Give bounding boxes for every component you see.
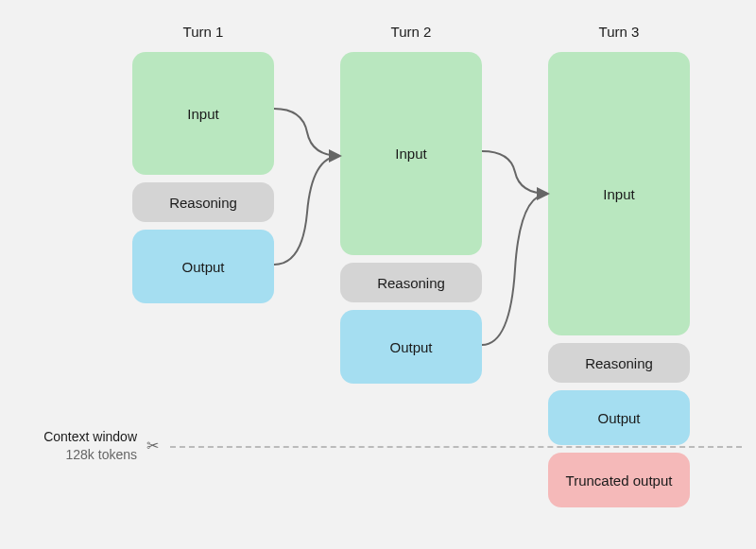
turn3-output-label: Output: [597, 410, 640, 426]
turn1-input-label: Input: [187, 106, 218, 122]
turn3-truncated-label: Truncated output: [566, 472, 673, 489]
turn2-header: Turn 2: [340, 24, 482, 40]
arrow-turn2-output-to-turn3: [482, 194, 548, 350]
turn3-reasoning-label: Reasoning: [585, 355, 653, 371]
turn1-reasoning-block: Reasoning: [132, 182, 274, 222]
turn1-reasoning-label: Reasoning: [169, 195, 237, 211]
context-tokens-label: 128k tokens: [14, 447, 137, 462]
turn1-input-block: Input: [132, 52, 274, 175]
turn2-input-label: Input: [395, 146, 426, 162]
turn2-output-label: Output: [389, 339, 432, 355]
turn2-output-block: Output: [340, 310, 482, 384]
context-window-label: Context window: [14, 429, 137, 444]
turn2-reasoning-label: Reasoning: [377, 275, 445, 291]
turn3-input-label: Input: [603, 186, 634, 202]
turn1-output-block: Output: [132, 230, 274, 303]
turn3-header: Turn 3: [548, 24, 690, 40]
arrow-turn1-output-to-turn2: [274, 156, 340, 269]
turn2-reasoning-block: Reasoning: [340, 263, 482, 302]
turn2-input-block: Input: [340, 52, 482, 255]
arrow-turn2-input-to-turn3: [482, 151, 548, 198]
turn1-header: Turn 1: [132, 24, 274, 40]
turn3-reasoning-block: Reasoning: [548, 343, 690, 383]
turn3-output-block: Output: [548, 390, 690, 445]
scissors-icon: ✂: [146, 437, 159, 455]
turn3-input-block: Input: [548, 52, 690, 335]
turn1-output-label: Output: [181, 259, 224, 275]
turn3-truncated-block: Truncated output: [548, 453, 690, 507]
context-dashed-line: [170, 446, 742, 448]
